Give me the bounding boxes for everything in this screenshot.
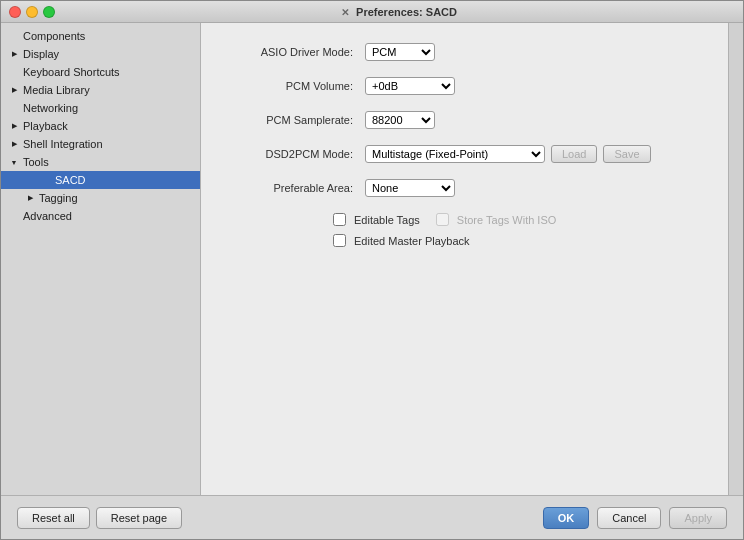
- sidebar-item-display[interactable]: Display: [1, 45, 200, 63]
- preferable-area-label: Preferable Area:: [225, 182, 365, 194]
- checkboxes-section: Editable Tags Store Tags With ISO Edited…: [225, 213, 704, 247]
- sidebar-item-shell-integration[interactable]: Shell Integration: [1, 135, 200, 153]
- footer: Reset all Reset page OK Cancel Apply: [1, 495, 743, 539]
- expand-icon-display: [7, 47, 21, 61]
- preferences-window: ✕ Preferences: SACD Components Display K…: [0, 0, 744, 540]
- preferable-area-select[interactable]: None 2-channel Multi-channel: [365, 179, 455, 197]
- pcm-samplerate-row: PCM Samplerate: 44100 88200 96000 176400…: [225, 111, 704, 129]
- preferable-area-control: None 2-channel Multi-channel: [365, 179, 455, 197]
- preferable-area-row: Preferable Area: None 2-channel Multi-ch…: [225, 179, 704, 197]
- pcm-samplerate-control: 44100 88200 96000 176400 192000: [365, 111, 435, 129]
- dsd2pcm-label: DSD2PCM Mode:: [225, 148, 365, 160]
- sidebar-item-advanced[interactable]: Advanced: [1, 207, 200, 225]
- pcm-volume-row: PCM Volume: +0dB -3dB -6dB -9dB -12dB: [225, 77, 704, 95]
- pcm-volume-control: +0dB -3dB -6dB -9dB -12dB: [365, 77, 455, 95]
- asio-driver-label: ASIO Driver Mode:: [225, 46, 365, 58]
- sidebar-item-tools[interactable]: Tools: [1, 153, 200, 171]
- editable-tags-row: Editable Tags Store Tags With ISO: [333, 213, 704, 226]
- sidebar-item-tagging[interactable]: Tagging: [1, 189, 200, 207]
- footer-right-buttons: OK Cancel Apply: [543, 507, 727, 529]
- footer-left-buttons: Reset all Reset page: [17, 507, 182, 529]
- reset-page-button[interactable]: Reset page: [96, 507, 182, 529]
- sidebar-item-playback[interactable]: Playback: [1, 117, 200, 135]
- cancel-button[interactable]: Cancel: [597, 507, 661, 529]
- sidebar-item-components[interactable]: Components: [1, 27, 200, 45]
- asio-driver-select[interactable]: PCM DSD Auto: [365, 43, 435, 61]
- asio-driver-row: ASIO Driver Mode: PCM DSD Auto: [225, 43, 704, 61]
- maximize-button[interactable]: [43, 6, 55, 18]
- minimize-button[interactable]: [26, 6, 38, 18]
- sidebar: Components Display Keyboard Shortcuts Me…: [1, 23, 201, 495]
- store-tags-iso-label: Store Tags With ISO: [457, 214, 556, 226]
- sidebar-item-keyboard-shortcuts[interactable]: Keyboard Shortcuts: [1, 63, 200, 81]
- dsd2pcm-select[interactable]: Multistage (Fixed-Point) Multistage (Flo…: [365, 145, 545, 163]
- edited-master-row: Edited Master Playback: [333, 234, 704, 247]
- apply-button[interactable]: Apply: [669, 507, 727, 529]
- close-button[interactable]: [9, 6, 21, 18]
- edited-master-checkbox[interactable]: [333, 234, 346, 247]
- ok-button[interactable]: OK: [543, 507, 590, 529]
- pcm-samplerate-select[interactable]: 44100 88200 96000 176400 192000: [365, 111, 435, 129]
- expand-icon-tools: [7, 155, 21, 169]
- expand-icon-shell: [7, 137, 21, 151]
- traffic-lights: [9, 6, 55, 18]
- expand-icon-playback: [7, 119, 21, 133]
- dsd2pcm-row: DSD2PCM Mode: Multistage (Fixed-Point) M…: [225, 145, 704, 163]
- scrollbar[interactable]: [728, 23, 743, 495]
- editable-tags-label: Editable Tags: [354, 214, 420, 226]
- window-title: ✕ Preferences: SACD: [63, 6, 735, 18]
- expand-icon-tagging: [23, 191, 37, 205]
- title-icon: ✕: [341, 7, 349, 18]
- sidebar-item-sacd[interactable]: SACD: [1, 171, 200, 189]
- main-panel: ASIO Driver Mode: PCM DSD Auto PCM Volum…: [201, 23, 728, 495]
- pcm-volume-select[interactable]: +0dB -3dB -6dB -9dB -12dB: [365, 77, 455, 95]
- expand-icon-media: [7, 83, 21, 97]
- sidebar-item-media-library[interactable]: Media Library: [1, 81, 200, 99]
- load-button[interactable]: Load: [551, 145, 597, 163]
- pcm-samplerate-label: PCM Samplerate:: [225, 114, 365, 126]
- store-tags-iso-checkbox[interactable]: [436, 213, 449, 226]
- edited-master-label: Edited Master Playback: [354, 235, 470, 247]
- reset-all-button[interactable]: Reset all: [17, 507, 90, 529]
- asio-driver-control: PCM DSD Auto: [365, 43, 435, 61]
- editable-tags-checkbox[interactable]: [333, 213, 346, 226]
- titlebar: ✕ Preferences: SACD: [1, 1, 743, 23]
- save-button[interactable]: Save: [603, 145, 650, 163]
- sidebar-item-networking[interactable]: Networking: [1, 99, 200, 117]
- dsd2pcm-control: Multistage (Fixed-Point) Multistage (Flo…: [365, 145, 651, 163]
- pcm-volume-label: PCM Volume:: [225, 80, 365, 92]
- content-area: Components Display Keyboard Shortcuts Me…: [1, 23, 743, 495]
